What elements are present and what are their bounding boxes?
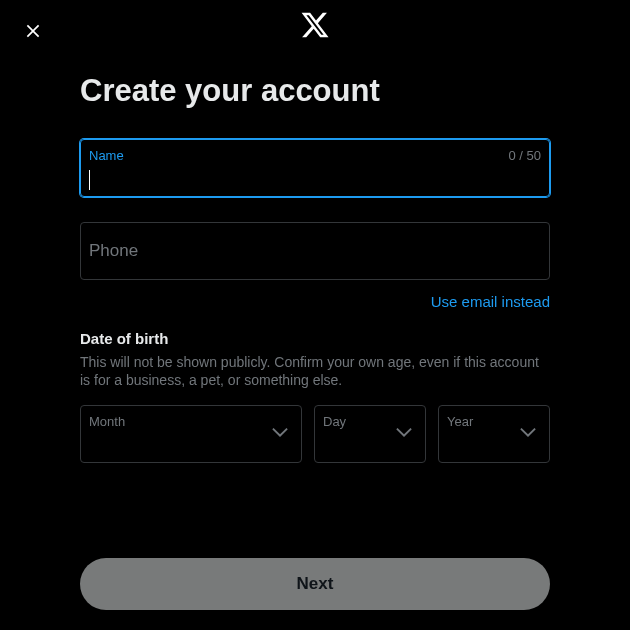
- day-select[interactable]: Day: [314, 405, 426, 463]
- name-field-counter: 0 / 50: [508, 148, 541, 163]
- month-select-label: Month: [89, 414, 125, 429]
- dob-description: This will not be shown publicly. Confirm…: [80, 353, 550, 389]
- year-select[interactable]: Year: [438, 405, 550, 463]
- phone-field[interactable]: Phone: [80, 222, 550, 280]
- use-email-link[interactable]: Use email instead: [80, 293, 550, 310]
- text-cursor: [89, 170, 90, 190]
- dob-heading: Date of birth: [80, 330, 550, 347]
- modal-header: [0, 0, 630, 53]
- year-select-label: Year: [447, 414, 473, 429]
- modal-content: Create your account Name 0 / 50 Phone Us…: [0, 73, 630, 610]
- page-title: Create your account: [80, 73, 550, 109]
- chevron-down-icon: [393, 421, 415, 447]
- next-button[interactable]: Next: [80, 558, 550, 610]
- name-field[interactable]: Name 0 / 50: [80, 139, 550, 197]
- close-icon: [23, 21, 43, 45]
- name-input[interactable]: [81, 140, 549, 196]
- name-field-label: Name: [89, 148, 124, 163]
- chevron-down-icon: [269, 421, 291, 447]
- chevron-down-icon: [517, 421, 539, 447]
- month-select[interactable]: Month: [80, 405, 302, 463]
- day-select-label: Day: [323, 414, 346, 429]
- close-button[interactable]: [16, 16, 50, 50]
- x-logo-icon: [300, 10, 330, 44]
- next-button-label: Next: [297, 574, 334, 594]
- dob-row: Month Day Year: [80, 405, 550, 463]
